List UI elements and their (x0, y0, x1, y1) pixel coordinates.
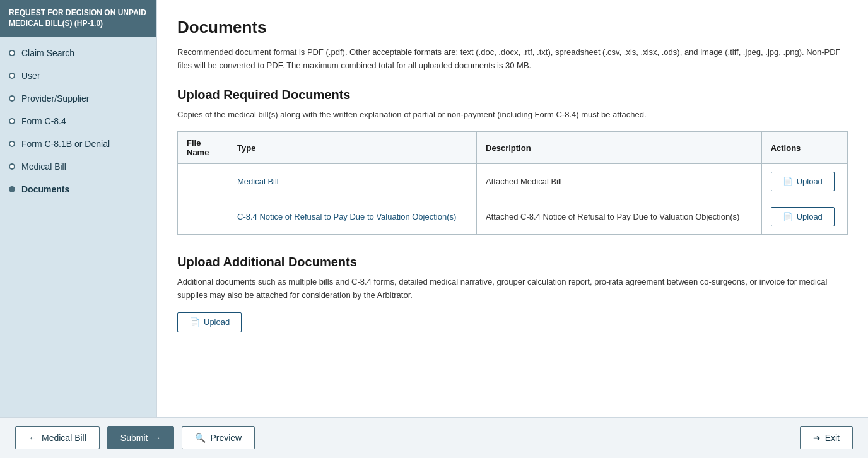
sidebar-item-medical-bill[interactable]: Medical Bill (0, 155, 156, 178)
additional-section: Upload Additional Documents Additional d… (177, 255, 848, 332)
exit-icon: ➔ (813, 433, 821, 443)
preview-button[interactable]: 🔍 Preview (182, 426, 255, 449)
sidebar-label-documents: Documents (21, 184, 69, 194)
table-row: C-8.4 Notice of Refusal to Pay Due to Va… (178, 199, 848, 235)
main-content: Documents Recommended document format is… (156, 0, 868, 417)
sidebar-dot-provider-supplier (9, 95, 15, 102)
upload-icon: 📄 (189, 317, 200, 327)
submit-arrow-icon: → (152, 433, 161, 443)
sidebar-item-form-c81b[interactable]: Form C-8.1B or Denial (0, 132, 156, 155)
sidebar-item-claim-search[interactable]: Claim Search (0, 42, 156, 64)
action-cell-1: 📄 Upload (761, 199, 847, 235)
type-cell-1: C-8.4 Notice of Refusal to Pay Due to Va… (228, 199, 477, 235)
additional-upload-label: Upload (204, 317, 230, 327)
col-description: Description (477, 132, 762, 164)
preview-icon: 🔍 (195, 433, 206, 443)
back-arrow-icon: ← (28, 433, 37, 443)
upload-icon-1: 📄 (783, 212, 793, 221)
exit-button[interactable]: ➔ Exit (800, 426, 853, 449)
upload-button-1[interactable]: 📄 Upload (771, 207, 835, 226)
upload-label-0: Upload (797, 177, 823, 186)
desc-cell-1: Attached C-8.4 Notice of Refusal to Pay … (477, 199, 762, 235)
sidebar-label-claim-search: Claim Search (21, 48, 74, 58)
col-type: Type (228, 132, 477, 164)
required-section-title: Upload Required Documents (177, 88, 848, 102)
sidebar-item-documents[interactable]: Documents (0, 178, 156, 201)
page-title: Documents (177, 18, 848, 37)
sidebar-label-form-c81b: Form C-8.1B or Denial (21, 139, 110, 149)
desc-cell-0: Attached Medical Bill (477, 164, 762, 199)
sidebar-dot-user (9, 73, 15, 79)
submit-button[interactable]: Submit → (107, 426, 175, 449)
sidebar-label-medical-bill: Medical Bill (21, 161, 66, 172)
sidebar-dot-medical-bill (9, 163, 15, 170)
additional-upload-button[interactable]: 📄 Upload (177, 312, 242, 332)
sidebar-dot-documents (9, 186, 15, 192)
sidebar-item-form-c84[interactable]: Form C-8.4 (0, 110, 156, 132)
required-documents-table: File Name Type Description Actions Medic… (177, 131, 848, 235)
action-cell-0: 📄 Upload (761, 164, 847, 199)
additional-section-desc: Additional documents such as multiple bi… (177, 276, 848, 302)
col-file-name: File Name (178, 132, 228, 164)
sidebar-label-provider-supplier: Provider/Supplier (21, 93, 89, 103)
sidebar-label-user: User (21, 71, 40, 81)
sidebar-item-user[interactable]: User (0, 64, 156, 87)
upload-icon-0: 📄 (783, 177, 793, 186)
back-button[interactable]: ← Medical Bill (15, 426, 100, 449)
preview-label: Preview (210, 433, 242, 443)
footer-right: ➔ Exit (800, 426, 853, 449)
sidebar: REQUEST FOR DECISION ON UNPAID MEDICAL B… (0, 0, 156, 417)
table-row: Medical Bill Attached Medical Bill 📄 Upl… (178, 164, 848, 199)
info-text: Recommended document format is PDF (.pdf… (177, 46, 848, 73)
sidebar-dot-form-c81b (9, 141, 15, 147)
file-name-cell-1 (178, 199, 228, 235)
required-section-desc: Copies of the medical bill(s) along with… (177, 109, 848, 122)
type-cell-0: Medical Bill (228, 164, 477, 199)
back-label: Medical Bill (42, 433, 86, 443)
file-name-cell-0 (178, 164, 228, 199)
footer: ← Medical Bill Submit → 🔍 Preview ➔ Exit (0, 417, 868, 458)
col-actions: Actions (761, 132, 847, 164)
upload-label-1: Upload (797, 212, 823, 221)
sidebar-dot-claim-search (9, 50, 15, 56)
submit-label: Submit (120, 433, 148, 443)
sidebar-dot-form-c84 (9, 118, 15, 124)
sidebar-label-form-c84: Form C-8.4 (21, 116, 66, 126)
exit-label: Exit (825, 433, 840, 443)
upload-button-0[interactable]: 📄 Upload (771, 172, 835, 191)
sidebar-header: REQUEST FOR DECISION ON UNPAID MEDICAL B… (0, 0, 156, 37)
sidebar-item-provider-supplier[interactable]: Provider/Supplier (0, 87, 156, 110)
footer-left: ← Medical Bill Submit → 🔍 Preview (15, 426, 255, 449)
sidebar-nav: Claim SearchUserProvider/SupplierForm C-… (0, 37, 156, 206)
additional-section-title: Upload Additional Documents (177, 255, 848, 269)
